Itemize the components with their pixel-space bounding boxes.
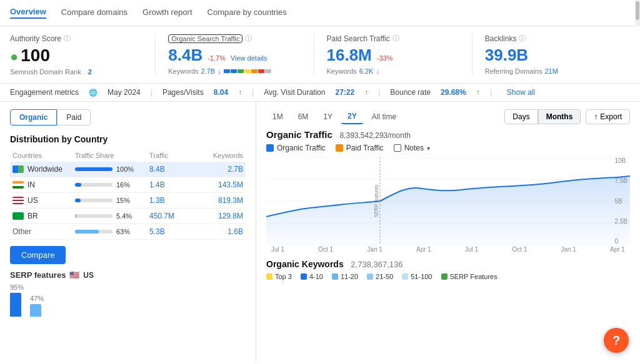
traffic-other: 5.3B — [149, 227, 193, 236]
export-button[interactable]: ↑ Export — [586, 109, 630, 124]
view-toggle: Days Months — [504, 109, 581, 124]
referring-domains-value: 21M — [544, 67, 558, 75]
backlinks-sub: Referring Domains 21M — [485, 67, 618, 75]
legend-notes[interactable]: Notes ▾ — [394, 144, 430, 152]
main-content: Organic Paid Distribution by Country Cou… — [0, 102, 640, 362]
authority-score-sub: Semrush Domain Rank 2 — [10, 68, 142, 76]
nav-compare-domains[interactable]: Compare domains — [61, 7, 128, 18]
engagement-date: May 2024 — [108, 88, 141, 97]
metrics-row: Authority Score ⓘ ●100 Semrush Domain Ra… — [0, 26, 640, 84]
engagement-bar: Engagement metrics 🌐 May 2024 | Pages/Vi… — [0, 84, 640, 102]
legend-paid[interactable]: Paid Traffic — [336, 144, 384, 152]
x-label-jan1: Jan 1 — [367, 246, 382, 253]
21-50-label: 21-50 — [376, 273, 393, 280]
paid-search-sub: Keywords 6.2K ↓ — [327, 67, 459, 75]
bar-fill-br — [75, 214, 77, 218]
kw-br: 129.8M — [193, 212, 243, 220]
keywords-count: 2,738,367,136 — [351, 260, 402, 269]
time-all[interactable]: All time — [366, 109, 402, 124]
engagement-globe-icon: 🌐 — [89, 89, 98, 97]
kw-legend-11-20[interactable]: 11-20 — [332, 273, 358, 280]
11-20-label: 11-20 — [341, 273, 358, 280]
serp-bar-2 — [30, 304, 41, 317]
serp-label: SERP Features — [450, 273, 498, 280]
kw-in: 143.5M — [193, 180, 243, 189]
bar-bg-other — [75, 230, 112, 234]
paid-legend-label: Paid Traffic — [346, 144, 384, 152]
traffic-br: 450.7M — [149, 212, 193, 220]
time-1m[interactable]: 1M — [266, 109, 289, 124]
x-label-apr1-2: Apr 1 — [610, 246, 625, 253]
country-name: Other — [12, 227, 75, 236]
backlinks-label: Backlinks ⓘ — [485, 34, 618, 43]
serp-title: SERP features 🇺🇸 US — [10, 270, 246, 280]
tab-organic[interactable]: Organic — [10, 109, 57, 125]
traffic-in: 1.4B — [149, 180, 193, 189]
kw-legend-51-100[interactable]: 51-100 — [402, 273, 432, 280]
worldwide-icon — [12, 165, 24, 173]
legend-organic[interactable]: Organic Traffic — [266, 144, 326, 152]
bar-bg-in — [75, 183, 112, 187]
bar-fill-in — [75, 183, 81, 187]
flag-br — [12, 212, 24, 220]
bounce-rate-label: Bounce rate — [390, 88, 431, 97]
view-days[interactable]: Days — [504, 109, 538, 124]
x-label-oct1: Oct 1 — [318, 246, 333, 253]
paid-search-badge: -33% — [377, 54, 393, 62]
organic-legend-label: Organic Traffic — [277, 144, 326, 152]
nav-growth-report[interactable]: Growth report — [142, 7, 192, 18]
metric-paid-search: Paid Search Traffic ⓘ 16.8M -33% Keyword… — [314, 34, 472, 76]
organic-search-sub: Keywords 2.7B ↓ — [168, 67, 301, 75]
table-row: US 15% 1.3B 819.3M — [10, 193, 246, 209]
paid-search-label: Paid Search Traffic ⓘ — [327, 34, 459, 43]
compare-button[interactable]: Compare — [10, 246, 66, 264]
backlinks-info-icon: ⓘ — [519, 34, 526, 43]
time-1y[interactable]: 1Y — [317, 109, 339, 124]
organic-info-icon: ⓘ — [245, 34, 252, 43]
chart-area: SERP features 10B 7.5B 5B 2.5B — [266, 157, 630, 245]
bar-fill-other — [75, 230, 99, 234]
11-20-dot — [332, 273, 338, 280]
kw-legend-serp[interactable]: SERP Features — [441, 273, 498, 280]
tab-row: Organic Paid — [10, 109, 246, 125]
traffic-worldwide: 8.4B — [149, 165, 193, 174]
bounce-rate-value: 29.68% — [441, 88, 466, 97]
kw-other: 1.6B — [193, 227, 243, 236]
notes-legend-dot — [394, 144, 401, 152]
paid-legend-dot — [336, 144, 343, 152]
tab-paid[interactable]: Paid — [57, 109, 91, 125]
engagement-label: Engagement metrics — [10, 88, 79, 97]
top3-label: Top 3 — [275, 273, 292, 280]
kw-legend-21-50[interactable]: 21-50 — [367, 273, 393, 280]
export-icon: ↑ — [594, 112, 598, 121]
x-label-jul1: Jul 1 — [271, 246, 284, 253]
info-icon: ⓘ — [64, 34, 71, 43]
avg-visit-value: 27:22 — [335, 88, 354, 97]
view-months[interactable]: Months — [538, 109, 581, 124]
metric-organic-search: Organic Search Traffic ⓘ 8.4B -1.7% View… — [156, 34, 314, 76]
nav-overview[interactable]: Overview — [10, 7, 46, 19]
time-2y[interactable]: 2Y — [341, 109, 363, 124]
time-6m[interactable]: 6M — [292, 109, 315, 124]
organic-search-label: Organic Search Traffic ⓘ — [168, 34, 301, 43]
kw-legend-4-10[interactable]: 4-10 — [301, 273, 323, 280]
kw-legend-top3[interactable]: Top 3 — [266, 273, 292, 280]
serp-dot — [441, 273, 448, 280]
help-button[interactable]: ? — [604, 328, 629, 353]
chart-title: Organic Traffic — [266, 129, 332, 140]
notes-legend-label: Notes — [404, 144, 424, 152]
bar-bg-br — [75, 214, 112, 218]
top-nav: Overview Compare domains Growth report C… — [0, 0, 640, 26]
view-details-link[interactable]: View details — [231, 54, 268, 62]
paid-search-value: 16.8M — [327, 46, 372, 65]
authority-score-label: Authority Score ⓘ — [10, 34, 142, 43]
scrollbar[interactable] — [635, 0, 640, 26]
21-50-dot — [367, 273, 373, 280]
organic-kw-value: 2.7B — [201, 67, 216, 75]
nav-compare-countries[interactable]: Compare by countries — [208, 7, 287, 18]
show-all-link[interactable]: Show all — [507, 88, 535, 97]
flag-in — [12, 181, 24, 189]
table-row: IN 16% 1.4B 143.5M — [10, 177, 246, 193]
right-panel: 1M 6M 1Y 2Y All time Days Months ↑ Expor… — [256, 102, 640, 362]
notes-chevron-icon: ▾ — [427, 145, 430, 152]
